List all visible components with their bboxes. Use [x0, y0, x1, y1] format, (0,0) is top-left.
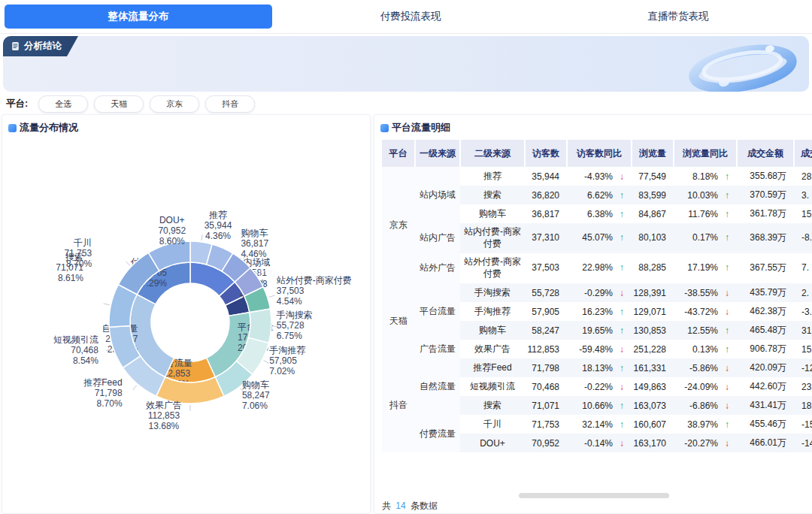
footer-prefix: 共	[382, 500, 391, 511]
cell-gmv: 442.60万	[737, 377, 794, 396]
analysis-conclusion-ribbon: 分析结论	[3, 36, 78, 56]
table-footer: 共 14 条数据	[382, 500, 438, 512]
traffic-detail-table: 平台一级来源二级来源访客数访客数同比浏览量浏览量同比成交金额成交金额同比 京东站…	[382, 140, 812, 452]
down-arrow-icon: ↓	[722, 401, 732, 411]
cell-gmv: 367.55万	[737, 253, 794, 283]
cell-gmv: 370.59万	[737, 186, 794, 204]
cell-views: 128,391	[632, 283, 674, 302]
chart-label-手淘推荐: 手淘推荐57,9057.02%	[269, 345, 305, 376]
cell-views: 129,071	[632, 302, 674, 321]
chart-label-短视频引流: 短视频引流70,4688.54%	[53, 334, 98, 366]
sunburst-segment-手淘搜索[interactable]	[248, 309, 271, 343]
platform-chip-jd[interactable]: 京东	[150, 95, 199, 113]
platform-chip-douyin[interactable]: 抖音	[205, 95, 255, 113]
label-leader-line	[104, 304, 110, 305]
platform-chip-all[interactable]: 全选	[38, 95, 88, 113]
cell-visitors: 36,820	[525, 186, 567, 204]
up-arrow-icon: ↑	[722, 209, 732, 219]
cell-source-level2: DOU+	[460, 434, 525, 452]
cell-gmv: 361.78万	[737, 204, 794, 223]
up-arrow-icon: ↑	[722, 190, 732, 201]
label-leader-line	[269, 295, 275, 297]
traffic-detail-table-wrap: 平台一级来源二级来源访客数访客数同比浏览量浏览量同比成交金额成交金额同比 京东站…	[382, 140, 812, 452]
cell-views: 163,170	[632, 434, 674, 452]
cell-views: 77,549	[632, 167, 674, 186]
cell-visitors-yoy: 6.62%↑	[567, 186, 632, 204]
table-row: 广告流量效果广告112,853-59.48%↓251,2280.13%↑906.…	[382, 340, 812, 358]
table-row: 站内广告站内付费-商家付费37,31045.07%↑80,1030.17%↑36…	[382, 223, 812, 253]
horizontal-scrollbar-thumb[interactable]	[519, 493, 669, 498]
cell-views-yoy: 38.97%↑	[674, 415, 737, 434]
traffic-sunburst-chart: 站内场域109,58113.28%站外广告37,5034.54%平台流量171,…	[2, 115, 370, 513]
label-leader-line	[126, 262, 130, 265]
top-tab-bar: 整体流量分布 付费投流表现 直播带货表现	[0, 0, 812, 34]
cell-gmv: 455.46万	[737, 415, 794, 434]
analysis-conclusion-banner: 分析结论	[3, 36, 809, 92]
cell-gmv: 435.79万	[737, 283, 794, 302]
cell-visitors: 58,247	[525, 321, 567, 340]
chart-label-站外付费-商家付费: 站外付费-商家付费37,5034.54%	[277, 275, 352, 307]
chart-label-千川: 千川71,7538.70%	[64, 237, 92, 269]
up-arrow-icon: ↑	[722, 232, 732, 244]
cell-source-level1: 自然流量	[415, 358, 460, 415]
cell-visitors: 71,798	[525, 358, 567, 377]
chart-label-DOU+: DOU+70,9528.60%	[158, 215, 186, 246]
cell-visitors: 71,071	[525, 396, 567, 415]
cell-gmv-yoy: 28	[794, 167, 812, 186]
up-arrow-icon: ↑	[617, 209, 627, 219]
cell-source-level2: 站内付费-商家付费	[460, 223, 525, 253]
up-arrow-icon: ↑	[722, 419, 732, 430]
ribbon-label: 分析结论	[24, 40, 62, 53]
cell-visitors-yoy: 10.66%↑	[567, 396, 632, 415]
tab-paid-traffic[interactable]: 付费投流表现	[277, 0, 544, 33]
platform-chip-tmall[interactable]: 天猫	[94, 95, 144, 113]
column-header: 平台	[382, 140, 415, 167]
column-header: 成交金额	[737, 140, 794, 167]
chart-label-购物车: 购物车36,8174.46%	[241, 228, 268, 259]
up-arrow-icon: ↑	[617, 307, 627, 317]
cell-views-yoy: -38.55%↓	[674, 283, 737, 302]
cell-source-level1: 站外广告	[415, 253, 460, 283]
cell-views: 161,331	[632, 358, 674, 377]
label-leader-line	[133, 386, 137, 390]
up-arrow-icon: ↑	[722, 325, 732, 336]
panel-title-icon	[380, 124, 389, 132]
table-row: 站外广告站外付费-商家付费37,50322.98%↑88,28517.19%↑3…	[382, 253, 812, 283]
down-arrow-icon: ↓	[722, 363, 732, 373]
cell-source-level2: 手淘搜索	[460, 283, 525, 302]
cell-views: 83,599	[632, 186, 674, 204]
cell-views-yoy: 8.18%↑	[674, 167, 737, 186]
up-arrow-icon: ↑	[722, 344, 732, 355]
tab-overall-traffic[interactable]: 整体流量分布	[5, 5, 272, 29]
up-arrow-icon: ↑	[617, 190, 627, 201]
cell-source-level2: 搜索	[460, 186, 525, 204]
tab-live-commerce[interactable]: 直播带货表现	[544, 0, 812, 33]
cell-views-yoy: 17.19%↑	[674, 253, 737, 283]
cell-gmv-yoy: 7.	[794, 253, 812, 283]
cell-gmv: 355.68万	[737, 167, 794, 186]
cell-gmv-yoy: 15	[794, 204, 812, 223]
cell-gmv-yoy: -12	[794, 358, 812, 377]
decorative-ring-graphic	[677, 38, 804, 92]
cell-gmv: 466.01万	[737, 434, 794, 452]
cell-platform: 京东	[382, 167, 415, 283]
panel-title-text: 平台流量明细	[392, 121, 450, 135]
cell-gmv-yoy: 15	[794, 340, 812, 358]
cell-source-level1: 付费流量	[415, 415, 460, 452]
footer-count: 14	[395, 500, 405, 511]
cell-views-yoy: 10.03%↑	[674, 186, 737, 204]
cell-source-level1: 广告流量	[415, 340, 460, 358]
cell-views: 84,867	[632, 204, 674, 223]
down-arrow-icon: ↓	[617, 171, 627, 182]
cell-platform: 天猫	[382, 283, 415, 358]
chart-label-推荐: 推荐35,9444.36%	[205, 210, 232, 241]
down-arrow-icon: ↓	[722, 288, 732, 298]
cell-views: 149,863	[632, 377, 674, 396]
chart-label-手淘搜索: 手淘搜索55,7286.75%	[277, 310, 313, 341]
cell-source-level2: 搜索	[460, 396, 525, 415]
table-row: 抖音自然流量推荐Feed71,79818.13%↑161,331-5.86%↓4…	[382, 358, 812, 377]
cell-views-yoy: 11.76%↑	[674, 204, 737, 223]
cell-source-level2: 效果广告	[460, 340, 525, 358]
cell-views-yoy: -20.27%↓	[674, 434, 737, 452]
table-header-row: 平台一级来源二级来源访客数访客数同比浏览量浏览量同比成交金额成交金额同比	[382, 140, 812, 167]
